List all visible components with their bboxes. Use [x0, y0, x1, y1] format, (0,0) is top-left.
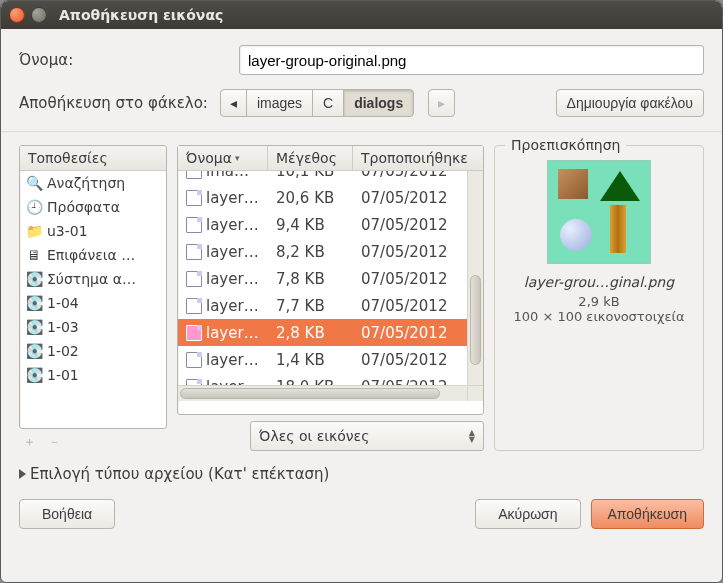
- desktop-icon: 🖥: [26, 247, 42, 263]
- places-item-7[interactable]: 💽1-02: [20, 339, 166, 363]
- preview-thumbnail: [547, 160, 651, 264]
- horizontal-scroll-thumb[interactable]: [180, 388, 440, 399]
- name-label: Όνομα:: [19, 51, 229, 69]
- file-icon: [186, 325, 202, 341]
- close-icon[interactable]: [9, 7, 25, 23]
- places-list[interactable]: 🔍Αναζήτηση🕘Πρόσφατα📁u3-01🖥Επιφάνεια …💽Σύ…: [20, 171, 166, 423]
- places-item-1[interactable]: 🕘Πρόσφατα: [20, 195, 166, 219]
- preview-dimensions: 100 × 100 εικονοστοιχεία: [503, 309, 695, 324]
- add-bookmark-icon[interactable]: ＋: [23, 433, 36, 451]
- file-icon: [186, 298, 202, 314]
- column-modified-header[interactable]: Τροποποιήθηκε: [353, 146, 483, 170]
- expander-label: Επιλογή τύπου αρχείου (Κατ' επέκταση): [30, 465, 329, 483]
- window-title: Αποθήκευση εικόνας: [59, 7, 223, 23]
- combo-arrows-icon: ▲▼: [469, 429, 475, 443]
- file-icon: [186, 271, 202, 287]
- column-name-header[interactable]: Όνομα▾: [178, 146, 268, 170]
- drive-icon: 💽: [26, 367, 42, 383]
- file-row[interactable]: layer…2,8 KB07/05/2012: [178, 319, 467, 346]
- preview-filesize: 2,9 kB: [503, 294, 695, 309]
- filename-input[interactable]: [239, 45, 704, 75]
- folder-home-icon: 📁: [26, 223, 42, 239]
- file-row[interactable]: layer…9,4 KB07/05/2012: [178, 211, 467, 238]
- places-item-8[interactable]: 💽1-01: [20, 363, 166, 387]
- preview-header: Προεπισκόπηση: [505, 137, 626, 153]
- path-nav: ◂ images C dialogs: [220, 89, 414, 117]
- minimize-icon[interactable]: [31, 7, 47, 23]
- preview-frame: Προεπισκόπηση layer-grou…ginal.png 2,9 k…: [494, 145, 704, 451]
- filetype-expander[interactable]: Επιλογή τύπου αρχείου (Κατ' επέκταση): [19, 465, 704, 483]
- file-icon: [186, 190, 202, 206]
- file-row[interactable]: layer…1,4 KB07/05/2012: [178, 346, 467, 373]
- drive-icon: 💽: [26, 295, 42, 311]
- file-row[interactable]: ima…10,1 KB07/05/2012: [178, 171, 467, 184]
- save-button[interactable]: Αποθήκευση: [591, 499, 704, 529]
- file-list-panel: Όνομα▾ Μέγεθος Τροποποιήθηκε ima…10,1 KB…: [177, 145, 484, 415]
- horizontal-scrollbar[interactable]: [178, 385, 467, 401]
- places-item-4[interactable]: 💽Σύστημα α…: [20, 267, 166, 291]
- file-icon: [186, 171, 202, 179]
- file-row[interactable]: layer…7,8 KB07/05/2012: [178, 265, 467, 292]
- file-icon: [186, 244, 202, 260]
- vertical-scrollbar[interactable]: [467, 171, 483, 385]
- file-row[interactable]: layer…20,6 KB07/05/2012: [178, 184, 467, 211]
- path-back-button[interactable]: ◂: [220, 89, 247, 117]
- file-icon: [186, 352, 202, 368]
- column-size-header[interactable]: Μέγεθος: [268, 146, 353, 170]
- expander-arrow-icon: [19, 469, 26, 479]
- path-forward-button[interactable]: ▸: [428, 89, 455, 117]
- titlebar[interactable]: Αποθήκευση εικόνας: [1, 1, 722, 29]
- file-icon: [186, 217, 202, 233]
- places-header[interactable]: Τοποθεσίες: [20, 146, 166, 171]
- places-item-6[interactable]: 💽1-03: [20, 315, 166, 339]
- path-segment-images[interactable]: images: [246, 89, 313, 117]
- vertical-scroll-thumb[interactable]: [470, 275, 481, 365]
- create-folder-button[interactable]: Δημιουργία φακέλου: [556, 89, 704, 117]
- places-panel: Τοποθεσίες 🔍Αναζήτηση🕘Πρόσφατα📁u3-01🖥Επι…: [19, 145, 167, 429]
- path-segment-c[interactable]: C: [312, 89, 344, 117]
- places-item-5[interactable]: 💽1-04: [20, 291, 166, 315]
- recent-icon: 🕘: [26, 199, 42, 215]
- drive-icon: 💽: [26, 343, 42, 359]
- cancel-button[interactable]: Ακύρωση: [475, 499, 580, 529]
- places-item-0[interactable]: 🔍Αναζήτηση: [20, 171, 166, 195]
- places-item-3[interactable]: 🖥Επιφάνεια …: [20, 243, 166, 267]
- preview-filename: layer-grou…ginal.png: [503, 274, 695, 290]
- path-segment-dialogs[interactable]: dialogs: [343, 89, 414, 117]
- file-filter-combo[interactable]: Όλες οι εικόνες ▲▼: [250, 421, 484, 451]
- file-filter-label: Όλες οι εικόνες: [259, 428, 369, 444]
- save-in-folder-label: Αποθήκευση στο φάκελο:: [19, 94, 208, 112]
- file-row[interactable]: layer…7,7 KB07/05/2012: [178, 292, 467, 319]
- help-button[interactable]: Βοήθεια: [19, 499, 115, 529]
- drive-icon: 💽: [26, 319, 42, 335]
- drive-icon: 💽: [26, 271, 42, 287]
- file-row[interactable]: layer…8,2 KB07/05/2012: [178, 238, 467, 265]
- sort-down-icon: ▾: [235, 153, 240, 163]
- places-item-2[interactable]: 📁u3-01: [20, 219, 166, 243]
- save-dialog-window: Αποθήκευση εικόνας Όνομα: Αποθήκευση στο…: [0, 0, 723, 583]
- search-icon: 🔍: [26, 175, 42, 191]
- remove-bookmark-icon[interactable]: －: [48, 433, 61, 451]
